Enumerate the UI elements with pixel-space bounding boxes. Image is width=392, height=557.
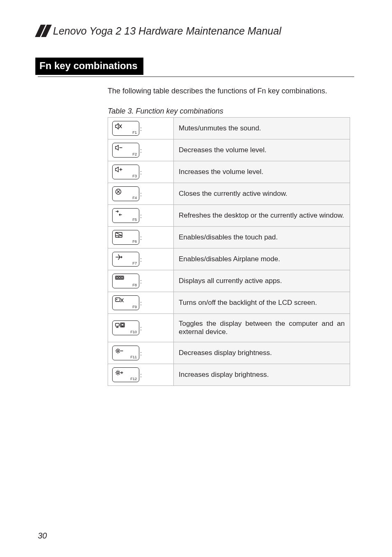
svg-point-26: [117, 350, 119, 352]
doc-title: Lenovo Yoga 2 13 Hardware Maintenance Ma…: [53, 25, 281, 37]
svg-line-34: [119, 349, 120, 350]
description-cell: Toggles the display between the computer…: [174, 314, 350, 342]
mute-icon: [115, 123, 122, 130]
brightness-down-icon: [115, 348, 123, 354]
svg-rect-24: [121, 324, 124, 326]
description-cell: Turns on/off the backlight of the LCD sc…: [174, 292, 350, 314]
colon: :: [140, 234, 142, 241]
keycap-label: F12: [130, 377, 137, 381]
slashes-logo-icon: [38, 25, 49, 37]
brightness-up-icon: [115, 369, 123, 376]
table-row: F5:Refreshes the desktop or the currentl…: [108, 205, 350, 227]
key-cell: F1:: [108, 118, 174, 139]
colon: :: [140, 125, 142, 132]
keycap-label: F1: [132, 130, 137, 135]
table-row: F3:Increases the volume level.: [108, 161, 350, 183]
keycap-label: F5: [132, 218, 137, 222]
table-row: F1:Mutes/unmutes the sound.: [108, 118, 350, 139]
keycap: F9: [112, 295, 139, 310]
description-cell: Enables/disables Airplane mode.: [174, 248, 350, 270]
colon: :: [140, 350, 142, 357]
keycap-label: F2: [132, 152, 137, 156]
colon: :: [140, 147, 142, 154]
table-row: F12:Increases display brightness.: [108, 364, 350, 386]
svg-rect-13: [116, 277, 118, 278]
airplane-icon: [115, 254, 122, 260]
keycap: F8: [112, 274, 139, 288]
description-cell: Increases the volume level.: [174, 161, 350, 183]
table-row: F10:Toggles the display between the comp…: [108, 314, 350, 342]
key-cell: F7:: [108, 248, 174, 270]
keycap: F12: [112, 367, 139, 382]
key-cell: F11:: [108, 342, 174, 364]
description-cell: Decreases display brightness.: [174, 342, 350, 364]
keycap: F11: [112, 346, 139, 360]
colon: :: [140, 325, 142, 332]
backlight-off-icon: [115, 297, 124, 303]
table-row: F2:Decreases the volume level.: [108, 139, 350, 161]
svg-rect-16: [115, 298, 120, 302]
key-cell: F2:: [108, 139, 174, 161]
colon: :: [140, 212, 142, 219]
volume-up-icon: [115, 167, 123, 172]
key-cell: F9:: [108, 292, 174, 314]
colon: :: [140, 371, 142, 378]
keycap: F10: [112, 320, 139, 335]
key-cell: F5:: [108, 205, 174, 227]
keycap: F3: [112, 165, 139, 179]
description-cell: Increases display brightness.: [174, 364, 350, 386]
svg-line-41: [116, 371, 117, 371]
refresh-icon: [115, 210, 122, 216]
keycap-label: F6: [132, 239, 137, 244]
keycap: F2: [112, 143, 139, 158]
keycap-label: F3: [132, 174, 137, 178]
keycap: F4: [112, 186, 139, 201]
svg-point-36: [117, 372, 119, 374]
key-cell: F12:: [108, 364, 174, 386]
keycap: F7: [112, 252, 139, 267]
table-row: F6:Enables/disables the touch pad.: [108, 227, 350, 248]
keycap: F5: [112, 208, 139, 223]
svg-rect-12: [115, 276, 124, 279]
description-cell: Enables/disables the touch pad.: [174, 227, 350, 248]
svg-rect-14: [119, 277, 120, 278]
key-cell: F8:: [108, 270, 174, 292]
description-cell: Closes the currently active window.: [174, 183, 350, 205]
table-row: F7:Enables/disables Airplane mode.: [108, 248, 350, 270]
table-caption: Table 3. Function key combinations: [108, 107, 354, 116]
colon: :: [140, 190, 142, 197]
close-window-icon: [115, 188, 122, 195]
keycap-label: F10: [130, 330, 137, 334]
colon: :: [140, 256, 142, 263]
svg-rect-19: [115, 323, 119, 326]
keycap-label: F7: [132, 261, 137, 265]
key-cell: F4:: [108, 183, 174, 205]
doc-header: Lenovo Yoga 2 13 Hardware Maintenance Ma…: [38, 25, 354, 37]
svg-line-11: [116, 233, 121, 235]
description-cell: Refreshes the desktop or the currently a…: [174, 205, 350, 227]
keycap-label: F11: [130, 355, 137, 359]
key-cell: F6:: [108, 227, 174, 248]
section-intro: The following table describes the functi…: [108, 87, 354, 95]
description-cell: Displays all currently active apps.: [174, 270, 350, 292]
display-toggle-icon: [115, 323, 125, 328]
keycap-label: F9: [132, 305, 137, 309]
table-row: F11:Decreases display brightness.: [108, 342, 350, 364]
section-title: Fn key combinations: [35, 58, 143, 75]
key-cell: F10:: [108, 314, 174, 342]
svg-line-42: [119, 374, 120, 374]
svg-line-31: [116, 349, 117, 350]
table-row: F8:Displays all currently active apps.: [108, 270, 350, 292]
keycap: F6: [112, 230, 139, 245]
colon: :: [140, 299, 142, 306]
keycap-label: F8: [132, 283, 137, 287]
apps-icon: [115, 276, 124, 280]
description-cell: Decreases the volume level.: [174, 139, 350, 161]
colon: :: [140, 278, 142, 285]
volume-down-icon: [115, 145, 123, 151]
section-rule: [38, 77, 354, 77]
svg-rect-15: [121, 277, 123, 278]
touchpad-icon: [115, 232, 122, 238]
description-cell: Mutes/unmutes the sound.: [174, 118, 350, 139]
colon: :: [140, 169, 142, 176]
